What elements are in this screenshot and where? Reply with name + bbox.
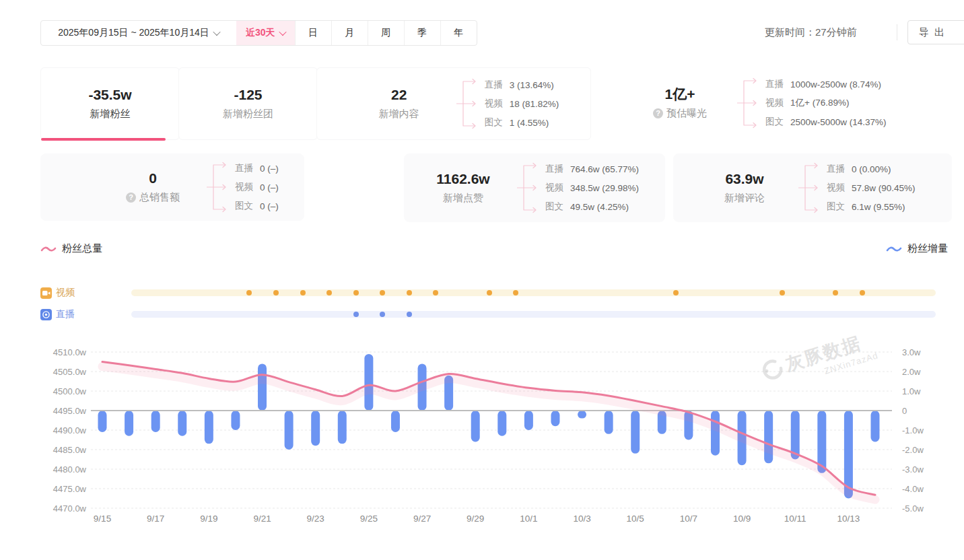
video-marker-dot[interactable]	[326, 290, 332, 295]
selected-card-underline	[41, 138, 166, 141]
tab-year[interactable]: 年	[440, 21, 477, 45]
svg-text:10/11: 10/11	[784, 514, 806, 524]
svg-text:9/25: 9/25	[360, 514, 378, 524]
stat-value: -125	[234, 88, 262, 102]
svg-text:9/21: 9/21	[253, 514, 271, 524]
video-marker-dot[interactable]	[246, 290, 252, 295]
svg-text:4505.0w: 4505.0w	[53, 367, 87, 377]
video-marker-dot[interactable]	[780, 290, 785, 295]
video-marker-dot[interactable]	[487, 290, 492, 295]
tab-day[interactable]: 日	[295, 21, 331, 45]
tab-month[interactable]: 月	[331, 21, 368, 45]
live-track-bar	[131, 311, 936, 318]
svg-text:3.0w: 3.0w	[902, 347, 921, 357]
svg-text:-3.0w: -3.0w	[902, 464, 924, 475]
svg-text:4510.0w: 4510.0w	[53, 347, 87, 357]
tab-quarter[interactable]: 季	[404, 21, 440, 45]
live-track-label: 直播	[56, 308, 75, 320]
svg-text:9/27: 9/27	[413, 514, 431, 524]
svg-text:9/19: 9/19	[200, 514, 217, 524]
date-range-selector[interactable]: 2025年09月15日 ~ 2025年10月14日	[41, 21, 236, 45]
video-marker-dot[interactable]	[433, 290, 438, 295]
stat-value: 0	[149, 171, 157, 185]
legend-follower-increment: 粉丝增量	[886, 242, 948, 255]
svg-text:10/13: 10/13	[837, 514, 860, 524]
live-marker-dot[interactable]	[407, 312, 412, 317]
tab-week[interactable]: 周	[368, 21, 404, 45]
date-range-text: 2025年09月15日 ~ 2025年10月14日	[58, 27, 209, 39]
breakdown-row: 直播0 (–)	[235, 159, 297, 178]
live-marker-dot[interactable]	[353, 312, 359, 317]
svg-text:4475.0w: 4475.0w	[53, 484, 87, 494]
svg-text:4470.0w: 4470.0w	[53, 503, 87, 514]
live-icon	[40, 309, 52, 320]
svg-text:4490.0w: 4490.0w	[53, 425, 87, 435]
breakdown-connector	[737, 75, 759, 131]
video-marker-dot[interactable]	[833, 290, 838, 295]
stat-label: ? 预估曝光	[653, 107, 707, 120]
svg-text:10/1: 10/1	[520, 514, 537, 524]
chevron-down-icon	[279, 28, 286, 36]
svg-text:4480.0w: 4480.0w	[53, 464, 87, 475]
stat-label: 新增粉丝	[90, 108, 130, 120]
live-marker-dot[interactable]	[380, 312, 385, 317]
stat-card-total-sales: 0 ? 总销售额 直播0 (–) 视频0 (–) 图文0 (–)	[40, 153, 304, 221]
stat-card-new-fanclub[interactable]: -125 新增粉丝团	[178, 67, 318, 140]
svg-text:9/15: 9/15	[94, 514, 111, 524]
chevron-down-icon	[213, 28, 220, 36]
breakdown-row: 直播3 (13.64%)	[485, 75, 559, 94]
stat-value: 22	[391, 88, 407, 102]
svg-text:-5.0w: -5.0w	[902, 503, 924, 514]
breakdown-connector	[456, 75, 478, 132]
video-marker-dot[interactable]	[353, 290, 359, 295]
stat-card-new-content: 22 新增内容 直播3 (13.64%) 视频18 (81.82%) 图文1 (…	[316, 67, 591, 140]
stat-card-new-likes: 1162.6w 新增点赞 直播764.6w (65.77%) 视频348.5w …	[404, 153, 665, 222]
svg-text:9/23: 9/23	[307, 514, 324, 524]
video-marker-dot[interactable]	[300, 290, 306, 295]
stat-value: 1162.6w	[436, 172, 489, 186]
toolbar-divider	[897, 24, 897, 40]
stat-card-estimated-exposure: 1亿+ ? 预估曝光 直播1000w-2500w (8.74%) 视频1亿+ (…	[610, 67, 960, 139]
breakdown-row: 直播0 (0.00%)	[827, 160, 928, 178]
video-icon	[40, 287, 52, 299]
svg-text:-2.0w: -2.0w	[902, 445, 924, 455]
breakdown-row: 图文6.1w (9.55%)	[827, 197, 928, 216]
legend-label: 粉丝增量	[907, 242, 948, 255]
video-track-bar	[131, 289, 936, 296]
pink-wave-icon	[40, 244, 57, 254]
export-button[interactable]: 导出	[907, 20, 964, 44]
quick-range-label: 近30天	[246, 27, 275, 39]
breakdown-row: 视频18 (81.82%)	[485, 94, 559, 113]
breakdown-row: 图文1 (4.55%)	[485, 113, 559, 132]
quick-range-tab[interactable]: 近30天	[236, 21, 295, 45]
breakdown-row: 图文2500w-5000w (14.37%)	[765, 112, 940, 131]
breakdown-connector	[798, 160, 820, 216]
video-marker-dot[interactable]	[273, 290, 279, 295]
stat-label: 新增粉丝团	[223, 108, 273, 120]
video-marker-dot[interactable]	[380, 290, 385, 295]
legend-total-followers: 粉丝总量	[40, 242, 102, 255]
svg-text:1.0w: 1.0w	[902, 386, 921, 396]
video-marker-dot[interactable]	[513, 290, 518, 295]
breakdown-row: 直播764.6w (65.77%)	[545, 160, 653, 178]
stat-label: ? 总销售额	[126, 191, 180, 204]
stat-card-new-followers[interactable]: -35.5w 新增粉丝	[40, 67, 180, 140]
svg-text:9/17: 9/17	[147, 514, 164, 524]
video-track-label: 视频	[56, 287, 75, 299]
stat-value: 1亿+	[665, 87, 695, 101]
stat-label: 新增点赞	[443, 192, 483, 205]
help-icon[interactable]: ?	[126, 193, 136, 203]
help-icon[interactable]: ?	[653, 108, 663, 118]
stat-card-new-comments: 63.9w 新增评论 直播0 (0.00%) 视频57.8w (90.45%) …	[673, 153, 952, 222]
svg-text:4500.0w: 4500.0w	[53, 386, 87, 396]
svg-text:4485.0w: 4485.0w	[53, 445, 87, 455]
svg-text:10/5: 10/5	[627, 514, 644, 524]
video-marker-dot[interactable]	[407, 290, 412, 295]
breakdown-row: 视频0 (–)	[235, 178, 297, 197]
video-marker-dot[interactable]	[860, 290, 865, 295]
video-marker-dot[interactable]	[673, 290, 679, 295]
breakdown-row: 图文0 (–)	[235, 197, 297, 215]
svg-text:10/3: 10/3	[573, 514, 590, 524]
breakdown-row: 视频1亿+ (76.89%)	[765, 94, 940, 112]
date-filter-control: 2025年09月15日 ~ 2025年10月14日 近30天 日 月 周 季 年	[40, 20, 477, 46]
